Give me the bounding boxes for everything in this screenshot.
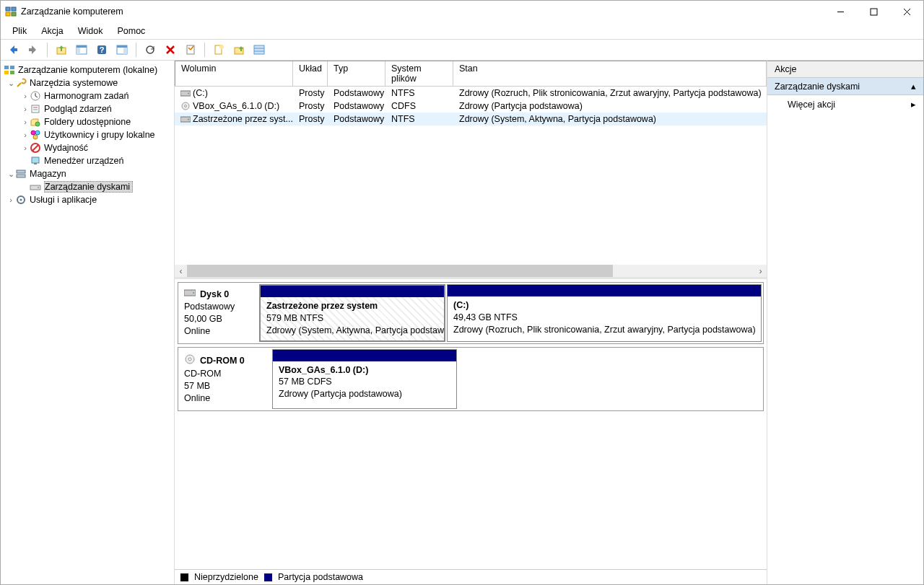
show-hide-action-button[interactable]	[114, 42, 130, 58]
disk-type: Podstawowy	[184, 301, 252, 313]
svg-point-56	[188, 119, 189, 120]
actions-section[interactable]: Zarządzanie dyskami ▴	[767, 78, 923, 95]
svg-rect-27	[4, 66, 9, 69]
list-view-button[interactable]	[251, 42, 267, 58]
actions-more[interactable]: Więcej akcji ▸	[767, 95, 923, 113]
new-button[interactable]	[211, 42, 227, 58]
svg-point-52	[188, 93, 189, 94]
disk-block: Dysk 0Podstawowy50,00 GBOnlineZastrzeżon…	[178, 282, 764, 344]
maximize-button[interactable]	[857, 1, 890, 22]
tree-services[interactable]: › Usługi i aplikacje	[1, 193, 174, 206]
svg-rect-3	[12, 12, 16, 16]
collapse-icon[interactable]: ⌄	[6, 79, 15, 88]
svg-point-48	[38, 187, 39, 188]
tree-item[interactable]: ›Podgląd zdarzeń	[1, 102, 174, 115]
volume-row[interactable]: (C:)ProstyPodstawowyNTFSZdrowy (Rozruch,…	[175, 87, 767, 100]
disk-info[interactable]: Dysk 0Podstawowy50,00 GBOnline	[178, 283, 258, 343]
volume-name: Zastrzeżone przez syst...	[193, 114, 293, 124]
refresh-button[interactable]	[142, 42, 158, 58]
volume-status: Zdrowy (Rozruch, Plik stronicowania, Zrz…	[453, 88, 767, 98]
partition-bar	[448, 285, 761, 296]
col-type[interactable]: Typ	[328, 61, 385, 86]
submenu-arrow-icon: ▸	[911, 99, 916, 110]
svg-point-60	[188, 358, 191, 361]
tree-storage[interactable]: ⌄ Magazyn	[1, 167, 174, 180]
expand-icon[interactable]: ›	[21, 105, 30, 113]
tree-root[interactable]: Zarządzanie komputerem (lokalne)	[1, 63, 174, 76]
properties-button[interactable]	[183, 42, 199, 58]
scroll-right-icon[interactable]: ›	[754, 265, 767, 277]
forward-button[interactable]	[25, 42, 41, 58]
volume-type: Podstawowy	[328, 114, 385, 124]
disk-status: Online	[184, 325, 252, 338]
scroll-left-icon[interactable]: ‹	[175, 265, 187, 277]
menu-view[interactable]: Widok	[71, 24, 110, 38]
expand-icon[interactable]: ›	[21, 92, 30, 100]
tree-disk-management[interactable]: Zarządzanie dyskami	[1, 180, 174, 193]
up-level-button[interactable]	[53, 42, 69, 58]
volume-icon	[180, 102, 191, 110]
svg-rect-18	[123, 48, 127, 54]
menu-file[interactable]: Plik	[5, 24, 34, 38]
close-button[interactable]	[890, 1, 923, 22]
volume-fs: CDFS	[385, 101, 453, 111]
tree-item[interactable]: ›Użytkownicy i grupy lokalne	[1, 128, 174, 141]
svg-rect-2	[6, 12, 10, 16]
col-layout[interactable]: Układ	[293, 61, 328, 86]
menu-help[interactable]: Pomoc	[110, 24, 152, 38]
disk-name: CD-ROM 0	[200, 355, 245, 367]
folder-up-button[interactable]	[231, 42, 247, 58]
expand-icon[interactable]: ›	[6, 195, 15, 204]
expand-icon[interactable]: ›	[21, 118, 30, 126]
svg-point-50	[20, 199, 22, 201]
minimize-button[interactable]	[824, 1, 857, 22]
partition-info: 579 MB NTFS	[266, 312, 438, 325]
tree-item-icon	[30, 142, 41, 154]
col-fs[interactable]: System plików	[385, 61, 453, 86]
back-button[interactable]	[5, 42, 21, 58]
svg-rect-17	[117, 45, 127, 48]
legend: Nieprzydzielone Partycja podstawowa	[175, 569, 767, 584]
disk-type: CD-ROM	[184, 368, 265, 380]
tree-system-tools[interactable]: ⌄ Narzędzia systemowe	[1, 76, 174, 89]
svg-point-39	[35, 131, 40, 135]
disk-icon	[184, 289, 196, 301]
expand-icon[interactable]: ›	[21, 131, 30, 139]
col-volume[interactable]: Wolumin	[175, 61, 293, 86]
tree-item-icon	[30, 90, 41, 102]
horizontal-scrollbar[interactable]: ‹ ›	[175, 265, 767, 277]
partition[interactable]: VBox_GAs_6.1.0 (D:)57 MB CDFSZdrowy (Par…	[272, 349, 457, 410]
svg-rect-8	[13, 48, 17, 51]
volume-name: (C:)	[193, 88, 208, 98]
disk-mgmt-icon	[30, 181, 41, 193]
scroll-thumb[interactable]	[187, 265, 613, 277]
tree-item[interactable]: Menedżer urządzeń	[1, 154, 174, 167]
show-hide-tree-button[interactable]	[74, 42, 90, 58]
svg-point-54	[185, 105, 187, 107]
col-status[interactable]: Stan	[453, 61, 767, 86]
delete-button[interactable]	[162, 42, 178, 58]
tree-item[interactable]: ›Harmonogram zadań	[1, 89, 174, 102]
volume-row[interactable]: VBox_GAs_6.1.0 (D:)ProstyPodstawowyCDFSZ…	[175, 100, 767, 113]
partition[interactable]: Zastrzeżone przez system579 MB NTFSZdrow…	[259, 284, 445, 342]
collapse-icon[interactable]: ⌄	[6, 170, 15, 179]
svg-point-37	[35, 122, 40, 126]
menu-action[interactable]: Akcja	[34, 24, 71, 38]
partition[interactable]: (C:)49,43 GB NTFSZdrowy (Rozruch, Plik s…	[447, 284, 762, 342]
tree-item[interactable]: ›Foldery udostępnione	[1, 115, 174, 128]
legend-swatch-primary	[264, 573, 272, 581]
svg-rect-9	[29, 48, 33, 51]
help-button[interactable]: ?	[94, 42, 110, 58]
expand-icon[interactable]: ›	[21, 144, 30, 152]
disk-info[interactable]: CD-ROM 0CD-ROM57 MBOnline	[178, 348, 271, 411]
volume-row[interactable]: Zastrzeżone przez syst...ProstyPodstawow…	[175, 113, 767, 126]
partition-info: 57 MB CDFS	[279, 376, 450, 388]
svg-rect-30	[10, 71, 14, 74]
svg-rect-43	[32, 157, 39, 163]
svg-rect-44	[34, 163, 37, 164]
disk-graphical-view: Dysk 0Podstawowy50,00 GBOnlineZastrzeżon…	[175, 279, 767, 569]
tree-item[interactable]: ›Wydajność	[1, 141, 174, 154]
svg-rect-13	[77, 48, 80, 54]
volume-status: Zdrowy (Partycja podstawowa)	[453, 101, 767, 111]
partition-bar	[261, 286, 444, 297]
